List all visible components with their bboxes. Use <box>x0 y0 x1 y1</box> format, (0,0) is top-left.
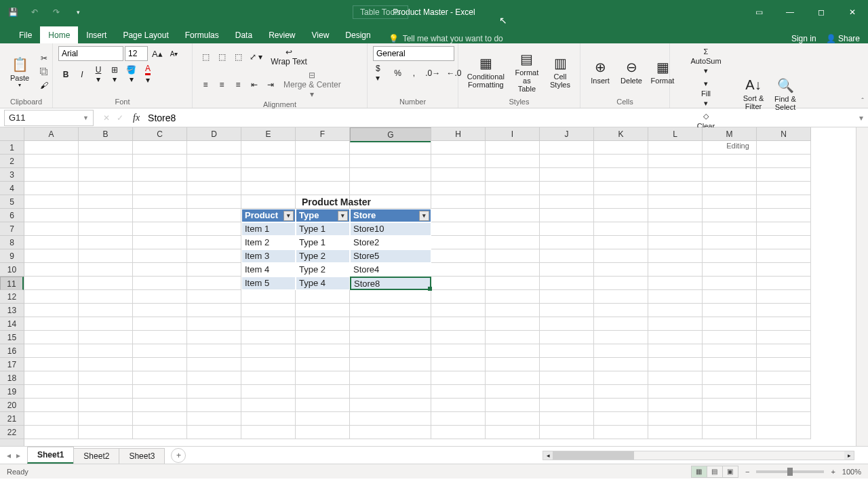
row-header-15[interactable]: 15 <box>0 331 24 344</box>
add-sheet-button[interactable]: + <box>171 448 186 463</box>
cell-B21[interactable] <box>79 412 133 426</box>
cell-A10[interactable] <box>24 263 79 277</box>
cell-L1[interactable] <box>648 141 703 155</box>
cell-H4[interactable] <box>431 182 486 195</box>
cell-G4[interactable] <box>350 182 431 195</box>
cell-I3[interactable] <box>486 168 540 182</box>
cell-D8[interactable] <box>187 236 241 249</box>
row-header-4[interactable]: 4 <box>0 182 24 195</box>
col-header-E[interactable]: E <box>241 127 296 140</box>
cell-B9[interactable] <box>79 249 133 263</box>
col-header-F[interactable]: F <box>296 127 350 140</box>
cell-I15[interactable] <box>486 331 540 344</box>
cell-H18[interactable] <box>431 371 486 385</box>
cell-E21[interactable] <box>241 412 296 426</box>
cell-H15[interactable] <box>431 331 486 344</box>
cell-J6[interactable] <box>540 209 594 222</box>
cell-L11[interactable] <box>648 277 703 290</box>
cell-M12[interactable] <box>703 290 757 304</box>
cell-N20[interactable] <box>757 399 811 412</box>
sheet-tab-sheet2[interactable]: Sheet2 <box>73 448 119 464</box>
cell-E10[interactable]: Item 4 <box>241 263 296 277</box>
font-name-select[interactable] <box>58 46 123 61</box>
cell-N5[interactable] <box>757 195 811 209</box>
cell-H20[interactable] <box>431 399 486 412</box>
cell-E20[interactable] <box>241 399 296 412</box>
cell-C9[interactable] <box>133 249 187 263</box>
cell-C19[interactable] <box>133 385 187 399</box>
cell-G14[interactable] <box>350 317 431 331</box>
italic-button[interactable]: I <box>75 68 90 81</box>
cell-H10[interactable] <box>431 263 486 277</box>
cell-H17[interactable] <box>431 358 486 371</box>
row-header-14[interactable]: 14 <box>0 317 24 331</box>
merge-center-button[interactable]: ⊟ Merge & Center ▾ <box>279 69 345 100</box>
share-button[interactable]: 👤 Share <box>826 34 860 43</box>
cell-E16[interactable] <box>241 344 296 358</box>
cell-H11[interactable] <box>431 277 486 290</box>
cell-M11[interactable] <box>703 277 757 290</box>
row-header-11[interactable]: 11 <box>0 277 24 290</box>
cell-L9[interactable] <box>648 249 703 263</box>
cell-M14[interactable] <box>703 317 757 331</box>
cell-G11[interactable]: Store8 <box>350 277 431 290</box>
col-header-L[interactable]: L <box>648 127 703 140</box>
cell-A3[interactable] <box>24 168 79 182</box>
cell-G10[interactable]: Store4 <box>350 263 431 277</box>
cell-F12[interactable] <box>296 290 350 304</box>
cell-M13[interactable] <box>703 304 757 317</box>
ribbon-display-icon[interactable]: ▭ <box>743 0 774 24</box>
cell-L20[interactable] <box>648 399 703 412</box>
cell-J12[interactable] <box>540 290 594 304</box>
cell-L15[interactable] <box>648 331 703 344</box>
vertical-scrollbar[interactable] <box>856 127 868 446</box>
row-header-3[interactable]: 3 <box>0 168 24 182</box>
col-header-H[interactable]: H <box>431 127 486 140</box>
cell-F19[interactable] <box>296 385 350 399</box>
cell-J13[interactable] <box>540 304 594 317</box>
cell-M6[interactable] <box>703 209 757 222</box>
cell-I11[interactable] <box>486 277 540 290</box>
cell-D12[interactable] <box>187 290 241 304</box>
cell-F8[interactable]: Type 1 <box>296 236 350 249</box>
cell-H12[interactable] <box>431 290 486 304</box>
cell-A14[interactable] <box>24 317 79 331</box>
sign-in-link[interactable]: Sign in <box>791 34 816 43</box>
cell-I19[interactable] <box>486 385 540 399</box>
cell-F22[interactable] <box>296 426 350 439</box>
cell-G17[interactable] <box>350 358 431 371</box>
cell-A12[interactable] <box>24 290 79 304</box>
cell-G16[interactable] <box>350 344 431 358</box>
cell-L13[interactable] <box>648 304 703 317</box>
cell-L18[interactable] <box>648 371 703 385</box>
cell-H14[interactable] <box>431 317 486 331</box>
number-format-select[interactable] <box>373 46 454 61</box>
cell-M4[interactable] <box>703 182 757 195</box>
cell-J10[interactable] <box>540 263 594 277</box>
cell-M22[interactable] <box>703 426 757 439</box>
cell-M17[interactable] <box>703 358 757 371</box>
underline-button[interactable]: U ▾ <box>91 64 106 85</box>
row-header-7[interactable]: 7 <box>0 222 24 236</box>
cell-N1[interactable] <box>757 141 811 155</box>
cell-N19[interactable] <box>757 385 811 399</box>
cell-F2[interactable] <box>296 155 350 168</box>
cell-N2[interactable] <box>757 155 811 168</box>
cell-B4[interactable] <box>79 182 133 195</box>
cell-M10[interactable] <box>703 263 757 277</box>
cell-A1[interactable] <box>24 141 79 155</box>
decrease-indent-button[interactable]: ⇤ <box>247 79 262 91</box>
cell-J21[interactable] <box>540 412 594 426</box>
row-header-16[interactable]: 16 <box>0 344 24 358</box>
cell-L22[interactable] <box>648 426 703 439</box>
cell-F10[interactable]: Type 2 <box>296 263 350 277</box>
cell-K6[interactable] <box>594 209 648 222</box>
cell-C1[interactable] <box>133 141 187 155</box>
format-as-table-button[interactable]: ▤Format as Table <box>511 49 543 94</box>
cell-E19[interactable] <box>241 385 296 399</box>
cell-G2[interactable] <box>350 155 431 168</box>
tell-me-search[interactable]: 💡 Tell me what you want to do <box>389 34 503 43</box>
conditional-formatting-button[interactable]: ▦Conditional Formatting <box>464 49 508 94</box>
cell-D1[interactable] <box>187 141 241 155</box>
cell-N9[interactable] <box>757 249 811 263</box>
